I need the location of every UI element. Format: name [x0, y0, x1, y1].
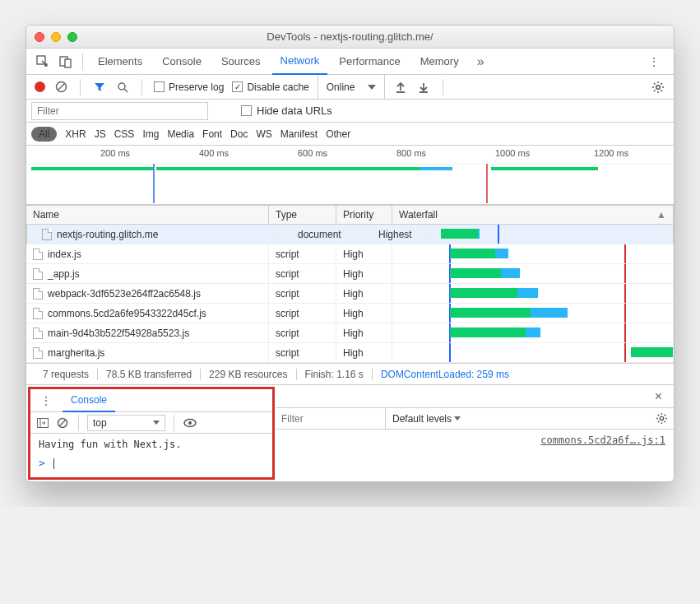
console-filter-input[interactable] [281, 413, 380, 425]
tick: 800 ms [396, 148, 426, 158]
type-media[interactable]: Media [167, 128, 194, 140]
tick: 200 ms [100, 148, 130, 158]
titlebar: DevTools - nextjs-routing.glitch.me/ [26, 26, 674, 49]
console-message: Having fun with Next.js. [39, 439, 181, 450]
cell-name: commons.5cd2a6fe9543322d45cf.js [26, 304, 269, 323]
tab-elements[interactable]: Elements [90, 49, 151, 75]
kebab-menu-icon[interactable]: ⋮ [642, 55, 667, 68]
table-row[interactable]: index.jsscriptHigh [26, 244, 674, 264]
clear-icon[interactable] [53, 80, 68, 95]
table-row[interactable]: commons.5cd2a6fe9543322d45cf.jsscriptHig… [26, 304, 674, 323]
tab-console[interactable]: Console [154, 49, 210, 75]
type-img[interactable]: Img [142, 128, 159, 140]
cell-priority: High [336, 264, 392, 283]
summary-dcl: DOMContentLoaded: 259 ms [373, 369, 517, 380]
drawer-tab-console[interactable]: Console [63, 389, 115, 412]
svg-rect-2 [65, 59, 71, 67]
cell-priority: Highest [372, 225, 428, 244]
drawer-menu-icon[interactable]: ⋮ [34, 394, 59, 407]
log-levels-select[interactable]: Default levels [385, 408, 467, 429]
cell-name: webpack-3df6523e264ff2ac6548.js [26, 284, 269, 303]
tick: 1000 ms [495, 148, 530, 158]
record-button[interactable] [35, 81, 45, 92]
cell-waterfall [441, 225, 665, 244]
main-tabs: Elements Console Sources Network Perform… [26, 49, 674, 75]
col-waterfall[interactable]: Waterfall ▲ [392, 206, 674, 224]
svg-rect-15 [491, 167, 598, 170]
highlighted-region: ⋮ Console top [28, 387, 275, 480]
cell-type: document [291, 225, 359, 244]
cell-waterfall [392, 264, 674, 283]
sort-asc-icon: ▲ [656, 209, 666, 221]
preserve-log-checkbox[interactable]: Preserve log [154, 81, 224, 93]
filter-input[interactable] [31, 102, 208, 120]
hide-data-urls-checkbox[interactable]: Hide data URLs [241, 105, 332, 117]
context-select[interactable]: top [87, 415, 165, 431]
cell-waterfall [392, 244, 674, 263]
col-name[interactable]: Name [26, 206, 269, 224]
disable-cache-checkbox[interactable]: Disable cache [232, 81, 308, 93]
file-icon [33, 249, 43, 260]
cell-waterfall [392, 304, 674, 323]
type-doc[interactable]: Doc [230, 128, 248, 140]
levels-label: Default levels [392, 413, 452, 425]
summary-bar: 7 requests 78.5 KB transferred 229 KB re… [26, 363, 674, 384]
cell-name: _app.js [26, 264, 269, 283]
filter-icon[interactable] [92, 80, 107, 95]
table-row[interactable]: webpack-3df6523e264ff2ac6548.jsscriptHig… [26, 284, 674, 304]
tab-performance[interactable]: Performance [331, 49, 408, 75]
window-title: DevTools - nextjs-routing.glitch.me/ [26, 30, 674, 43]
type-manifest[interactable]: Manifest [280, 128, 318, 140]
console-settings-icon[interactable] [654, 411, 669, 426]
more-tabs-icon[interactable]: » [471, 54, 491, 69]
cell-waterfall [392, 284, 674, 303]
table-row[interactable]: _app.jsscriptHigh [26, 264, 674, 284]
tab-sources[interactable]: Sources [213, 49, 269, 75]
col-priority[interactable]: Priority [336, 206, 392, 224]
type-xhr[interactable]: XHR [65, 128, 86, 140]
summary-resources: 229 KB resources [201, 369, 296, 380]
cell-priority: High [336, 244, 392, 263]
console-clear-icon[interactable] [55, 416, 70, 430]
settings-gear-icon[interactable] [651, 80, 665, 95]
console-toolbar: top [30, 412, 272, 434]
overview-timeline[interactable]: 200 ms 400 ms 600 ms 800 ms 1000 ms 1200… [26, 146, 674, 205]
requests-table: nextjs-routing.glitch.medocumentHighesti… [26, 225, 674, 363]
cell-name: nextjs-routing.glitch.me [35, 225, 278, 244]
upload-har-icon[interactable] [393, 80, 408, 95]
cell-type: script [269, 323, 336, 342]
cell-priority: High [336, 323, 392, 342]
inspect-icon[interactable] [33, 52, 53, 72]
live-expression-icon[interactable] [183, 416, 197, 430]
svg-line-4 [58, 84, 64, 91]
table-row[interactable]: nextjs-routing.glitch.medocumentHighest [26, 225, 674, 244]
download-har-icon[interactable] [416, 80, 431, 95]
close-drawer-icon[interactable]: × [647, 389, 670, 404]
throttling-select[interactable]: Online [318, 75, 386, 99]
file-icon [33, 308, 43, 319]
col-type[interactable]: Type [269, 206, 336, 224]
svg-rect-13 [420, 167, 452, 170]
dropdown-icon [368, 85, 376, 90]
search-icon[interactable] [115, 80, 130, 95]
console-prompt[interactable]: > [30, 455, 272, 477]
type-js[interactable]: JS [95, 128, 106, 140]
cell-type: script [269, 244, 336, 263]
drawer-right: × [276, 385, 674, 408]
file-icon [33, 288, 43, 300]
table-row[interactable]: margherita.jsscriptHigh [26, 343, 674, 363]
cell-name: margherita.js [26, 343, 269, 362]
tab-network[interactable]: Network [272, 49, 328, 75]
console-source-link[interactable]: commons.5cd2a6f….js:1 [540, 434, 665, 446]
type-all[interactable]: All [31, 127, 57, 142]
console-sidebar-icon[interactable] [35, 416, 50, 430]
console-message-row: Having fun with Next.js. [30, 434, 272, 455]
type-ws[interactable]: WS [256, 128, 271, 140]
type-font[interactable]: Font [202, 128, 222, 140]
device-toggle-icon[interactable] [56, 52, 76, 72]
table-row[interactable]: main-9d4b3b522f54928a5523.jsscriptHigh [26, 323, 674, 343]
type-other[interactable]: Other [326, 128, 350, 140]
type-css[interactable]: CSS [114, 128, 135, 140]
tab-memory[interactable]: Memory [412, 49, 467, 75]
network-toolbar: Preserve log Disable cache Online [26, 75, 674, 100]
